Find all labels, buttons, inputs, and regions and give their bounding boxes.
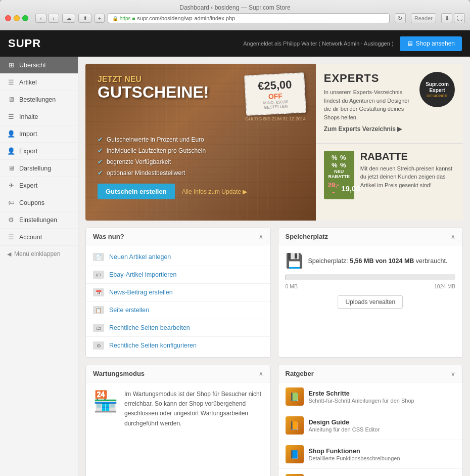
- bottom-panels-row: Wartungsmodus ∧ 🏪 Im Wartungsmodus ist d…: [85, 365, 463, 476]
- top-bar-right: Angemeldet als Philipp Walter ( Network …: [243, 36, 462, 51]
- sidebar-collapse[interactable]: ◀ Menü einklappen: [0, 246, 78, 262]
- was-nun-chevron[interactable]: ∧: [259, 233, 263, 240]
- seite-erstellen-icon: 📋: [93, 306, 104, 314]
- sidebar-item-export[interactable]: 👤 Export: [0, 143, 78, 160]
- rechtliche-konfig-icon: ⚙: [93, 341, 104, 350]
- experts-link[interactable]: Zum Experts Verzeichnis ▶: [324, 125, 413, 133]
- storage-header: Speicherplatz ∧: [278, 228, 463, 245]
- sidebar-item-artikel[interactable]: ☰ Artikel: [0, 74, 78, 91]
- ubersicht-icon: ⊞: [7, 61, 15, 69]
- list-item[interactable]: 📗 Erste Schritte Schritt-für-Schritt Anl…: [278, 382, 463, 411]
- storage-bar-fill: [286, 274, 287, 280]
- browser-right-icons: ⬇ ⛶: [441, 13, 465, 23]
- logout-link[interactable]: Ausloggen: [364, 40, 390, 47]
- download-button[interactable]: ⬇: [441, 13, 452, 23]
- list-item[interactable]: 📄 Neuen Artikel anlegen: [86, 248, 270, 266]
- content-area: JETZT NEU GUTSCHEINE! €25,00 OFF MIND. €…: [78, 57, 470, 476]
- back-button[interactable]: ‹: [35, 14, 46, 23]
- sidebar-item-expert[interactable]: ✈ Expert: [0, 177, 78, 194]
- seite-erstellen-link[interactable]: Seite erstellen: [109, 307, 149, 314]
- forward-button[interactable]: ›: [48, 14, 59, 23]
- sidebar-label-import: Import: [19, 131, 37, 138]
- uploads-button[interactable]: Uploads verwalten: [338, 295, 403, 309]
- fullscreen-button[interactable]: ⛶: [454, 13, 465, 23]
- import-icon: 👤: [7, 130, 15, 138]
- tag-percent: % % % %: [328, 154, 350, 169]
- minimize-button[interactable]: [14, 15, 20, 21]
- shop-funktionen-desc: Detaillierte Funktionsbeschreibungen: [309, 455, 456, 461]
- design-guide-desc: Anleitung für den CSS Editor: [309, 426, 456, 432]
- sidebar-label-einstellungen: Einstellungen: [19, 217, 57, 224]
- ratgeber-panel: Ratgeber ∨ 📗 Erste Schritte Schritt-für-…: [278, 365, 463, 476]
- darstellung-icon: 🖥: [7, 164, 15, 172]
- storage-bar: [286, 274, 456, 280]
- sidebar-item-account[interactable]: ☰ Account: [0, 229, 78, 246]
- sidebar-item-darstellung[interactable]: 🖥 Darstellung: [0, 160, 78, 177]
- list-item[interactable]: 📋 Seite erstellen: [86, 301, 270, 319]
- sidebar-item-einstellungen[interactable]: ⚙ Einstellungen: [0, 211, 78, 229]
- url-text: supr.com/bosideng/wp-admin/index.php: [137, 15, 235, 21]
- network-admin-link[interactable]: Network Admin: [322, 40, 359, 47]
- old-price: 29,--: [328, 181, 339, 196]
- sidebar-item-bestellungen[interactable]: 🖥 Bestellungen: [0, 91, 78, 108]
- rabatte-section: % % % % NEU RABATTE 29,-- 19,00: [316, 144, 463, 221]
- rechtliche-konfig-link[interactable]: Rechtliche Seiten konfigurieren: [109, 342, 197, 349]
- list-item[interactable]: 📘 Shop Funktionen Detaillierte Funktions…: [278, 440, 463, 469]
- sidebar-label-artikel: Artikel: [19, 79, 37, 86]
- shop-funktionen-info: Shop Funktionen Detaillierte Funktionsbe…: [309, 448, 456, 461]
- wartung-panel: Wartungsmodus ∧ 🏪 Im Wartungsmodus ist d…: [85, 365, 271, 476]
- check-icon-4: ✔: [98, 169, 103, 177]
- reload-button[interactable]: ↻: [395, 13, 406, 23]
- cloud-button[interactable]: ☁: [62, 14, 75, 23]
- storage-chevron[interactable]: ∧: [451, 233, 455, 240]
- collapse-label: Menü einklappen: [14, 250, 60, 257]
- logo: SUPR: [8, 37, 41, 50]
- news-beitrag-link[interactable]: News-Beitrag erstellen: [109, 289, 173, 296]
- ratgeber-header: Ratgeber ∨: [278, 365, 463, 382]
- erste-schritte-desc: Schritt-für-Schritt Anleitungen für den …: [309, 398, 456, 404]
- was-nun-body: 📄 Neuen Artikel anlegen 🏷 Ebay-Artikel i…: [86, 245, 270, 357]
- check-icon-2: ✔: [98, 147, 103, 154]
- browser-titlebar: Dashboard ‹ bosideng — Supr.com Store ‹ …: [0, 0, 470, 30]
- artikel-anlegen-link[interactable]: Neuen Artikel anlegen: [109, 253, 171, 261]
- create-coupon-button[interactable]: Gutschein erstellen: [98, 184, 175, 199]
- wartung-body: 🏪 Im Wartungsmodus ist der Shop für Besu…: [86, 382, 270, 436]
- shop-button[interactable]: 🖥 Shop ansehen: [400, 36, 462, 51]
- check-item-4: ✔ optionaler Mindestbestellwert: [98, 169, 304, 177]
- list-item[interactable]: ⚙ Rechtliche Seiten konfigurieren: [86, 337, 270, 354]
- tag-image: % % % % NEU RABATTE 29,-- 19,00: [324, 151, 354, 199]
- update-link[interactable]: Alle Infos zum Update ▶: [182, 188, 248, 195]
- sidebar-item-ubersicht[interactable]: ⊞ Übersicht: [0, 57, 78, 74]
- sidebar-item-coupons[interactable]: 🏷 Coupons: [0, 194, 78, 211]
- close-button[interactable]: [5, 15, 11, 21]
- storage-title: Speicherplatz: [286, 233, 328, 240]
- browser-controls: ‹ › ☁ ⬆ + 🔒 https ■ supr.com/bosideng/wp…: [5, 13, 465, 23]
- wartung-chevron[interactable]: ∧: [259, 370, 263, 377]
- sidebar-item-import[interactable]: 👤 Import: [0, 125, 78, 143]
- list-item[interactable]: 📕 Marketing Wie bekomme ich mehr Kunden?: [278, 469, 463, 476]
- list-item[interactable]: 🏷 Ebay-Artikel importieren: [86, 266, 270, 284]
- ebay-import-link[interactable]: Ebay-Artikel importieren: [109, 271, 176, 278]
- storage-label-right: 1024 MB: [434, 283, 455, 289]
- experts-desc: In unserem Experts-Verzeichnis findest d…: [324, 88, 413, 121]
- rechtliche-bearbeiten-link[interactable]: Rechtliche Seiten bearbeiten: [109, 324, 190, 331]
- bestellungen-icon: 🖥: [7, 96, 15, 103]
- storage-body: 💾 Speicherplatz: 5,56 MB von 1024 MB ver…: [278, 245, 463, 316]
- reader-button[interactable]: Reader: [411, 13, 436, 23]
- sidebar-label-account: Account: [19, 234, 42, 241]
- maximize-button[interactable]: [22, 15, 28, 21]
- tag-price: 29,-- 19,00: [328, 181, 350, 196]
- add-tab-button[interactable]: +: [95, 14, 105, 23]
- storage-label-left: 0 MB: [286, 283, 298, 289]
- list-item[interactable]: 📙 Design Guide Anleitung für den CSS Edi…: [278, 411, 463, 440]
- rabatte-visual: % % % % NEU RABATTE 29,-- 19,00: [324, 151, 354, 199]
- address-bar[interactable]: 🔒 https ■ supr.com/bosideng/wp-admin/ind…: [108, 13, 390, 23]
- list-item[interactable]: 🗂 Rechtliche Seiten bearbeiten: [86, 319, 270, 337]
- export-icon: 👤: [7, 147, 15, 155]
- hero-actions: Gutschein erstellen Alle Infos zum Updat…: [98, 184, 304, 199]
- share-button[interactable]: ⬆: [78, 14, 91, 23]
- ratgeber-chevron[interactable]: ∨: [451, 370, 455, 377]
- sidebar-item-inhalte[interactable]: ☰ Inhalte: [0, 108, 78, 125]
- erste-schritte-name: Erste Schritte: [309, 390, 456, 397]
- list-item[interactable]: 📅 News-Beitrag erstellen: [86, 284, 270, 301]
